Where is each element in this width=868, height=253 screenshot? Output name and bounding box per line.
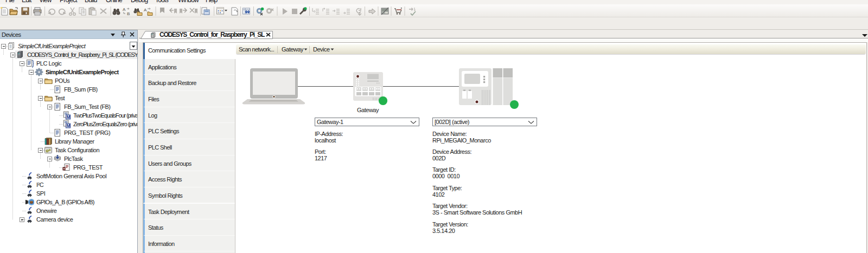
svg-text:A: A xyxy=(144,8,147,12)
svg-text:B: B xyxy=(127,11,130,16)
svg-text:A: A xyxy=(123,7,126,12)
